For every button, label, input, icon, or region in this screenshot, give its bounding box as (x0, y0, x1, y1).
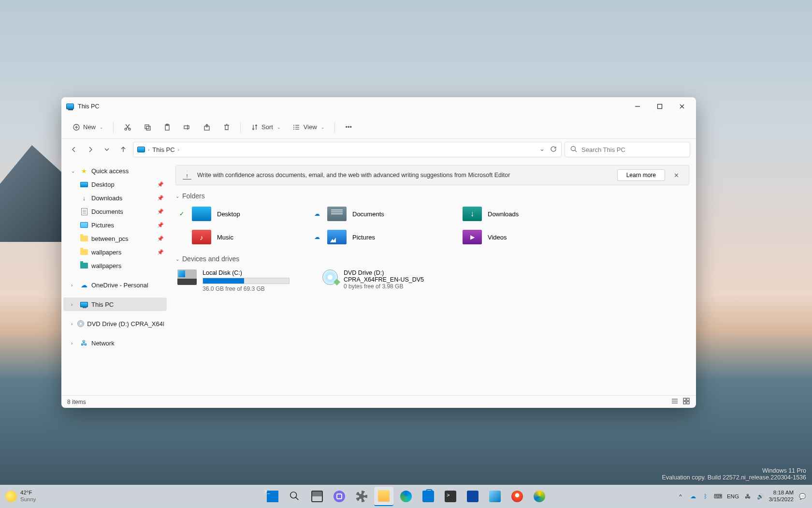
sidebar-item-desktop[interactable]: Desktop📌 (61, 178, 169, 191)
weather-widget[interactable]: 42°F Sunny (6, 490, 36, 503)
downloads-folder-icon (463, 207, 482, 221)
share-icon (203, 123, 211, 131)
maximize-button[interactable] (649, 97, 671, 116)
download-icon: ↓ (80, 194, 88, 202)
close-button[interactable] (671, 97, 693, 116)
sidebar-onedrive[interactable]: ›☁OneDrive - Personal (61, 278, 169, 292)
folder-desktop[interactable]: ✓Desktop (175, 205, 301, 223)
taskbar-photos[interactable] (485, 487, 505, 506)
pin-icon: 📌 (157, 181, 164, 188)
explorer-icon (378, 490, 390, 502)
copy-button[interactable] (138, 120, 156, 135)
separator (240, 122, 241, 133)
sidebar-item-downloads[interactable]: ↓Downloads📌 (61, 191, 169, 205)
taskbar-explorer[interactable] (374, 487, 393, 506)
recent-button[interactable] (100, 143, 114, 156)
rename-button[interactable] (178, 120, 196, 135)
sidebar-this-pc[interactable]: ›This PC (63, 298, 167, 311)
search-icon (289, 491, 301, 502)
edge-icon (400, 491, 412, 502)
share-button[interactable] (198, 120, 216, 135)
volume-icon[interactable]: 🔊 (756, 493, 764, 500)
address-bar[interactable]: › This PC › ⌄ (133, 142, 562, 157)
taskbar-powershell[interactable] (463, 487, 482, 506)
svg-line-25 (575, 150, 577, 152)
dropdown-icon[interactable]: ⌄ (539, 145, 545, 154)
details-view-button[interactable] (671, 397, 679, 406)
sort-button[interactable]: Sort ⌄ (246, 120, 286, 135)
new-button[interactable]: New ⌄ (67, 120, 108, 135)
cloud-icon: ☁ (313, 210, 321, 217)
sidebar-quick-access[interactable]: ⌄ ★ Quick access (61, 164, 169, 178)
delete-button[interactable] (218, 120, 235, 135)
notifications-icon[interactable]: 💬 (798, 493, 806, 500)
view-button[interactable]: View ⌄ (288, 120, 330, 135)
copy-icon (143, 123, 151, 131)
onedrive-tray-icon[interactable]: ☁ (689, 493, 697, 500)
folders-header[interactable]: ⌄Folders (175, 192, 689, 200)
taskbar[interactable]: 42°F Sunny ^ ☁ ᛒ ⌨ ENG 🖧 🔊 8:18 AM 3/15/… (0, 485, 812, 508)
chevron-right-icon[interactable]: › (71, 321, 74, 327)
close-banner-button[interactable]: ✕ (671, 172, 682, 179)
taskbar-search[interactable] (285, 487, 304, 506)
learn-more-button[interactable]: Learn more (617, 169, 665, 181)
refresh-button[interactable] (550, 145, 557, 154)
time: 8:18 AM (769, 490, 794, 496)
content-pane[interactable]: ! Write with confidence across documents… (169, 160, 696, 395)
folder-pictures[interactable]: ☁Pictures (311, 228, 436, 246)
paste-button[interactable] (158, 120, 176, 135)
chevron-right-icon[interactable]: › (71, 341, 77, 346)
network-tray-icon[interactable]: 🖧 (744, 493, 752, 500)
clock[interactable]: 8:18 AM 3/15/2022 (769, 490, 794, 503)
breadcrumb-item[interactable]: This PC (152, 146, 174, 153)
up-button[interactable] (116, 143, 130, 156)
chevron-right-icon[interactable]: › (71, 302, 77, 307)
sidebar-item-folder[interactable]: wallpapers📌 (61, 245, 169, 259)
minimize-button[interactable] (626, 97, 649, 116)
sidebar-dvd-drive[interactable]: ›DVD Drive (D:) CPRA_X64FRE_EN-US_DV5 (61, 317, 169, 330)
drive-sublabel: CPRA_X64FRE_EN-US_DV5 (344, 276, 454, 283)
taskbar-edge-canary[interactable] (530, 487, 549, 506)
sidebar-item-pictures[interactable]: Pictures📌 (61, 218, 169, 232)
drives-header[interactable]: ⌄Devices and drives (175, 255, 689, 263)
sidebar-network[interactable]: ›🖧Network (61, 336, 169, 350)
sidebar-item-folder[interactable]: wallpapers (61, 259, 169, 272)
folder-downloads[interactable]: Downloads (446, 205, 572, 223)
taskbar-settings[interactable] (352, 487, 371, 506)
taskbar-edge[interactable] (396, 487, 416, 506)
back-button[interactable] (67, 143, 81, 156)
tiles-view-button[interactable] (682, 397, 690, 406)
taskbar-brave[interactable] (508, 487, 527, 506)
folder-music[interactable]: Music (175, 228, 301, 246)
search-box[interactable]: Search This PC (565, 142, 690, 157)
titlebar[interactable]: This PC (61, 97, 696, 116)
cut-button[interactable] (118, 120, 136, 135)
sidebar-item-documents[interactable]: Documents📌 (61, 205, 169, 218)
tray-chevron[interactable]: ^ (677, 493, 684, 500)
taskbar-terminal[interactable] (441, 487, 460, 506)
forward-button[interactable] (84, 143, 97, 156)
weather-temp: 42°F (20, 490, 36, 496)
drive-local-disk[interactable]: Local Disk (C:) 36.0 GB free of 69.3 GB (175, 268, 311, 294)
navigation-bar: › This PC › ⌄ Search This PC (61, 139, 696, 160)
drive-dvd[interactable]: DVD Drive (D:) CPRA_X64FRE_EN-US_DV5 0 b… (320, 268, 456, 294)
view-label: View (304, 123, 317, 131)
more-button[interactable]: ••• (340, 120, 358, 135)
language-indicator[interactable]: ENG (727, 493, 739, 499)
bluetooth-icon[interactable]: ᛒ (702, 493, 710, 500)
chevron-right-icon: › (148, 147, 149, 152)
chevron-right-icon[interactable]: › (71, 283, 77, 288)
folder-videos[interactable]: Videos (446, 228, 572, 246)
taskbar-store[interactable] (419, 487, 438, 506)
sidebar-item-folder[interactable]: between_pcs📌 (61, 232, 169, 245)
chevron-down-icon: ⌄ (175, 256, 179, 262)
this-pc-icon (80, 302, 88, 307)
folder-documents[interactable]: ☁Documents (311, 205, 436, 223)
svg-rect-29 (683, 398, 686, 401)
keyboard-icon[interactable]: ⌨ (714, 493, 722, 500)
taskview-icon (311, 491, 323, 502)
chevron-down-icon: ⌄ (100, 125, 103, 130)
taskbar-chat[interactable] (330, 487, 349, 506)
taskbar-taskview[interactable] (307, 487, 327, 506)
chevron-down-icon[interactable]: ⌄ (71, 168, 77, 174)
